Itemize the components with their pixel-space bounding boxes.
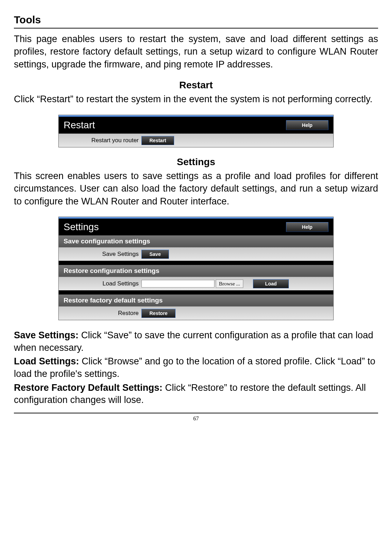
load-settings-label: Load Settings	[59, 280, 141, 287]
restart-button[interactable]: Restart	[141, 136, 174, 145]
restart-panel: Restart Help Restart you router Restart	[58, 115, 334, 147]
load-settings-input[interactable]	[141, 280, 214, 288]
save-section-header: Save configuration settings	[59, 235, 333, 247]
save-settings-label: Save Settings	[59, 251, 141, 258]
divider	[14, 28, 378, 29]
settings-panel-title: Settings	[64, 221, 99, 233]
settings-body: This screen enables users to save settin…	[14, 170, 378, 208]
restart-heading: Restart	[14, 80, 378, 91]
restart-body: Click “Restart” to restart the system in…	[14, 93, 378, 105]
page-number: 67	[14, 415, 378, 422]
help-button[interactable]: Help	[286, 222, 328, 232]
load-settings-note: Load Settings: Click “Browse” and go to …	[14, 355, 378, 380]
settings-heading: Settings	[14, 156, 378, 168]
restore-button[interactable]: Restore	[141, 309, 175, 318]
restart-row-label: Restart you router	[59, 137, 141, 144]
save-button[interactable]: Save	[141, 250, 169, 259]
restore-factory-section-header: Restore factory default settings	[59, 294, 333, 306]
save-settings-note: Save Settings: Click “Save” to save the …	[14, 329, 378, 354]
restore-factory-note: Restore Factory Default Settings: Click …	[14, 382, 378, 406]
page-title: Tools	[14, 14, 378, 26]
divider	[14, 413, 378, 413]
restart-panel-title: Restart	[64, 120, 95, 131]
load-button[interactable]: Load	[253, 279, 289, 288]
intro-text: This page enables users to restart the s…	[14, 33, 378, 71]
settings-panel: Settings Help Save configuration setting…	[58, 217, 334, 320]
browse-button[interactable]: Browse ...	[216, 280, 243, 288]
restore-label: Restore	[59, 310, 141, 317]
help-button[interactable]: Help	[286, 120, 328, 130]
restore-cfg-section-header: Restore configuration settings	[59, 265, 333, 277]
